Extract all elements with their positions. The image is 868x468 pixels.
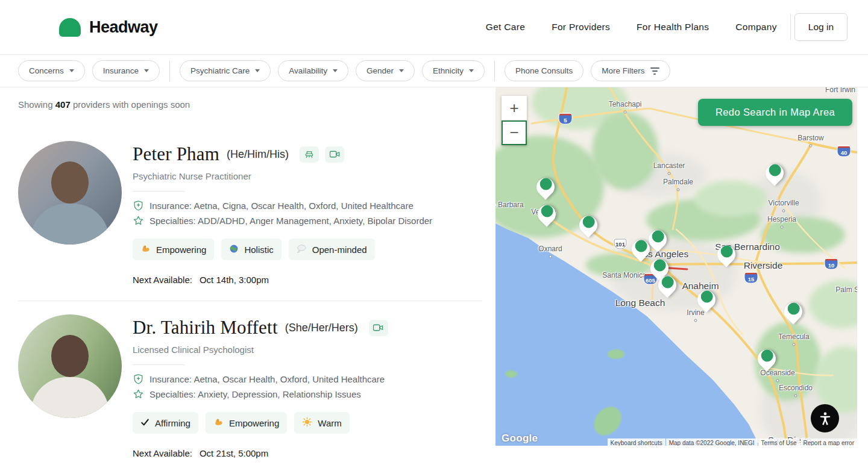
attribution-item: Map data ©2022 Google, INEGI bbox=[666, 438, 758, 446]
insurance-shield-icon bbox=[133, 200, 144, 211]
filter-availability[interactable]: Availability bbox=[278, 60, 348, 81]
attribution-item[interactable]: Report a map error bbox=[800, 438, 857, 446]
map-town-dot bbox=[668, 172, 671, 175]
badge-affirming: Affirming bbox=[133, 412, 198, 434]
specialties-line: Specialties: ADD/ADHD, Anger Management,… bbox=[133, 215, 432, 226]
map-label-anaheim: Anaheim bbox=[682, 281, 719, 292]
globe-icon bbox=[229, 244, 239, 255]
map-town-dot bbox=[793, 343, 796, 346]
filter-label: Availability bbox=[289, 66, 327, 75]
card-divider bbox=[133, 364, 184, 365]
map-label-barstow: Barstow bbox=[797, 134, 823, 142]
map-label-long-beach: Long Beach bbox=[615, 298, 665, 308]
badge-holistic: Holistic bbox=[221, 239, 281, 260]
accessibility-icon bbox=[817, 411, 833, 426]
filter-psychiatric-care[interactable]: Psychiatric Care bbox=[180, 60, 271, 81]
muscle-icon bbox=[213, 417, 224, 429]
brand-name: Headway bbox=[89, 18, 158, 37]
map-label-santa-monica: Santa Monica bbox=[602, 271, 646, 279]
insurance-line: Insurance: Aetna, Cigna, Oscar Health, O… bbox=[133, 200, 432, 211]
provider-pronouns: (She/Her/Hers) bbox=[285, 322, 358, 334]
highway-shield-10: 10 bbox=[825, 259, 838, 269]
nav-link-for-health-plans[interactable]: For Health Plans bbox=[637, 22, 709, 33]
nav-link-for-providers[interactable]: For Providers bbox=[552, 22, 610, 33]
provider-title: Licensed Clinical Psychologist bbox=[133, 345, 388, 355]
map-label-irvine: Irvine bbox=[687, 308, 704, 317]
muscle-icon bbox=[140, 243, 151, 255]
nav-link-company[interactable]: Company bbox=[735, 22, 776, 33]
card-divider bbox=[133, 191, 184, 192]
specialties-star-icon bbox=[133, 215, 144, 226]
map-label-escondido: Escondido bbox=[779, 384, 813, 392]
personality-badges: EmpoweringHolisticOpen-minded bbox=[133, 239, 432, 260]
map-town-dot bbox=[810, 145, 813, 148]
highway-shield-5: 5 bbox=[559, 114, 572, 124]
provider-photo[interactable] bbox=[18, 314, 122, 418]
map-label-santa-barbara: Santa Barbara bbox=[495, 201, 524, 209]
filter-ethnicity[interactable]: Ethnicity bbox=[422, 60, 485, 81]
map-town-dot bbox=[624, 111, 627, 114]
highway-shield-15: 15 bbox=[745, 273, 758, 283]
filter-label: Phone Consults bbox=[515, 66, 573, 75]
next-available: Next Available:Oct 14th, 3:00pm bbox=[133, 275, 432, 285]
filter-more-filters[interactable]: More Filters bbox=[591, 60, 670, 81]
map-label-fort-irwin: Fort Irwin bbox=[825, 87, 855, 94]
attribution-item[interactable]: Keyboard shortcuts bbox=[608, 438, 665, 446]
provider-details: Dr. Tahirih Moffett (She/Her/Hers) Licen… bbox=[133, 314, 388, 458]
filter-gender[interactable]: Gender bbox=[356, 60, 415, 81]
brand[interactable]: Headway bbox=[59, 18, 158, 37]
filter-bar: ConcernsInsurancePsychiatric CareAvailab… bbox=[0, 55, 868, 87]
filter-insurance[interactable]: Insurance bbox=[92, 60, 160, 81]
next-available: Next Available:Oct 21st, 5:00pm bbox=[133, 448, 388, 458]
insurance-shield-icon bbox=[133, 373, 144, 385]
zoom-out-button[interactable]: − bbox=[502, 120, 527, 145]
chevron-down-icon bbox=[69, 69, 74, 72]
provider-card[interactable]: Dr. Tahirih Moffett (She/Her/Hers) Licen… bbox=[18, 301, 482, 468]
map-town-dot bbox=[794, 395, 797, 398]
map-label-temecula: Temecula bbox=[778, 332, 809, 341]
attribution-item[interactable]: Terms of Use bbox=[758, 438, 800, 446]
filter-phone-consults[interactable]: Phone Consults bbox=[505, 60, 583, 81]
map-panel[interactable]: Fort IrwinTehachapiBarstowLancasterPalmd… bbox=[495, 87, 857, 446]
map-town-dot bbox=[782, 210, 785, 213]
insurance-line: Insurance: Aetna, Oscar Health, Oxford, … bbox=[133, 373, 388, 385]
filter-group-divider bbox=[494, 61, 495, 81]
redo-search-button[interactable]: Redo Search in Map Area bbox=[698, 99, 852, 126]
results-count: Showing 407 providers with openings soon bbox=[18, 99, 482, 110]
badge-warm: Warm bbox=[294, 412, 349, 434]
map-label-tehachapi: Tehachapi bbox=[609, 100, 642, 108]
provider-name[interactable]: Peter Pham bbox=[133, 143, 219, 165]
video-icon[interactable] bbox=[369, 320, 388, 336]
login-button[interactable]: Log in bbox=[794, 13, 848, 41]
zoom-in-button[interactable]: + bbox=[502, 96, 527, 120]
provider-card[interactable]: Peter Pham (He/Him/His) Psychiatric Nurs… bbox=[18, 128, 482, 301]
map-town-dot bbox=[781, 226, 784, 229]
provider-name[interactable]: Dr. Tahirih Moffett bbox=[133, 317, 278, 339]
video-icon[interactable] bbox=[325, 146, 344, 163]
badge-empowering: Empowering bbox=[206, 412, 287, 434]
map-attribution: Keyboard shortcutsMap data ©2022 Google,… bbox=[608, 438, 857, 446]
map-label-oxnard: Oxnard bbox=[538, 245, 562, 253]
results-count-number: 407 bbox=[55, 99, 71, 110]
map-label-lancaster: Lancaster bbox=[653, 161, 685, 170]
nav-link-get-care[interactable]: Get Care bbox=[486, 22, 525, 33]
filter-group-divider bbox=[169, 61, 170, 81]
map-town-dot bbox=[677, 189, 680, 192]
filter-concerns[interactable]: Concerns bbox=[18, 60, 85, 81]
accessibility-button[interactable] bbox=[811, 404, 839, 432]
map-label-victorville: Victorville bbox=[768, 199, 799, 207]
map-town-dot bbox=[694, 319, 697, 322]
filter-label: Insurance bbox=[103, 66, 139, 75]
map-label-riverside: Riverside bbox=[744, 260, 783, 271]
chevron-down-icon bbox=[144, 69, 149, 72]
chevron-down-icon bbox=[255, 69, 260, 72]
armchair-icon[interactable] bbox=[300, 146, 319, 163]
provider-photo[interactable] bbox=[18, 141, 122, 245]
nav-divider bbox=[790, 14, 791, 40]
filter-sliders-icon bbox=[650, 67, 659, 75]
provider-details: Peter Pham (He/Him/His) Psychiatric Nurs… bbox=[133, 141, 432, 285]
map-zoom-control: + − bbox=[502, 96, 527, 145]
sun-icon bbox=[302, 417, 312, 429]
map-label-palmdale: Palmdale bbox=[663, 178, 693, 186]
main-nav: Get CareFor ProvidersFor Health PlansCom… bbox=[486, 22, 777, 33]
